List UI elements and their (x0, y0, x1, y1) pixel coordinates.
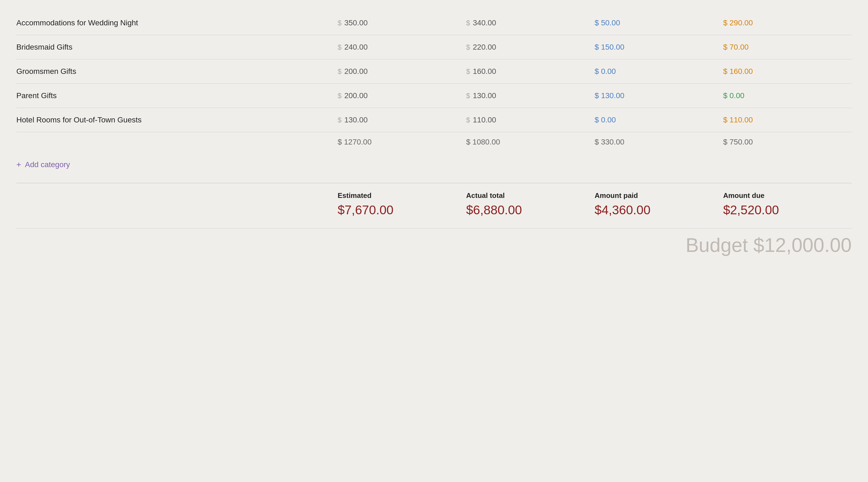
dollar-icon: $ (466, 92, 470, 100)
dollar-icon: $ (338, 43, 342, 52)
category-name: Accommodations for Wedding Night (17, 19, 338, 27)
actual-cell: $ 160.00 (466, 67, 595, 76)
estimated-cell: $ 350.00 (338, 19, 466, 27)
dollar-icon: $ (466, 116, 470, 124)
table-row: Groomsmen Gifts $ 200.00 $ 160.00 $ 0.00… (17, 59, 851, 84)
category-name: Groomsmen Gifts (17, 67, 338, 76)
summary-paid: Amount paid $4,360.00 (595, 191, 723, 217)
table-row: Bridesmaid Gifts $ 240.00 $ 220.00 $ 150… (17, 35, 851, 59)
dollar-icon: $ (466, 19, 470, 27)
summary-section: Estimated $7,670.00 Actual total $6,880.… (17, 183, 851, 217)
paid-cell: $ 0.00 (595, 67, 723, 76)
dollar-icon: $ (466, 67, 470, 76)
actual-cell: $ 130.00 (466, 91, 595, 100)
dollar-icon: $ (338, 92, 342, 100)
subtotal-due: $ 750.00 (723, 138, 851, 147)
subtotal-actual: $ 1080.00 (466, 138, 595, 147)
actual-cell: $ 220.00 (466, 43, 595, 52)
paid-cell: $ 150.00 (595, 43, 723, 52)
table-row: Parent Gifts $ 200.00 $ 130.00 $ 130.00 … (17, 84, 851, 108)
actual-cell: $ 110.00 (466, 116, 595, 124)
dollar-icon: $ (466, 43, 470, 52)
estimated-cell: $ 200.00 (338, 91, 466, 100)
dollar-icon: $ (338, 19, 342, 27)
table-row: Hotel Rooms for Out-of-Town Guests $ 130… (17, 108, 851, 132)
category-name: Hotel Rooms for Out-of-Town Guests (17, 116, 338, 124)
budget-total: Budget $12,000.00 (17, 228, 851, 256)
paid-cell: $ 0.00 (595, 116, 723, 124)
due-cell: $ 160.00 (723, 67, 851, 76)
add-category-label: Add category (25, 160, 70, 169)
add-category-button[interactable]: + Add category (17, 152, 851, 175)
due-cell: $ 70.00 (723, 43, 851, 52)
estimated-cell: $ 200.00 (338, 67, 466, 76)
table-row: Accommodations for Wedding Night $ 350.0… (17, 11, 851, 35)
summary-actual: Actual total $6,880.00 (466, 191, 595, 217)
dollar-icon: $ (338, 116, 342, 124)
dollar-icon: $ (338, 67, 342, 76)
due-cell: $ 290.00 (723, 19, 851, 27)
estimated-cell: $ 240.00 (338, 43, 466, 52)
summary-due: Amount due $2,520.00 (723, 191, 851, 217)
estimated-cell: $ 130.00 (338, 116, 466, 124)
plus-icon: + (17, 160, 21, 169)
paid-cell: $ 130.00 (595, 91, 723, 100)
due-cell: $ 0.00 (723, 91, 851, 100)
category-name: Bridesmaid Gifts (17, 43, 338, 52)
subtotal-paid: $ 330.00 (595, 138, 723, 147)
category-name: Parent Gifts (17, 91, 338, 100)
due-cell: $ 110.00 (723, 116, 851, 124)
summary-estimated: Estimated $7,670.00 (338, 191, 466, 217)
budget-table: Accommodations for Wedding Night $ 350.0… (17, 11, 851, 256)
actual-cell: $ 340.00 (466, 19, 595, 27)
subtotal-estimated: $ 1270.00 (338, 138, 466, 147)
paid-cell: $ 50.00 (595, 19, 723, 27)
subtotals-row: $ 1270.00 $ 1080.00 $ 330.00 $ 750.00 (17, 132, 851, 152)
